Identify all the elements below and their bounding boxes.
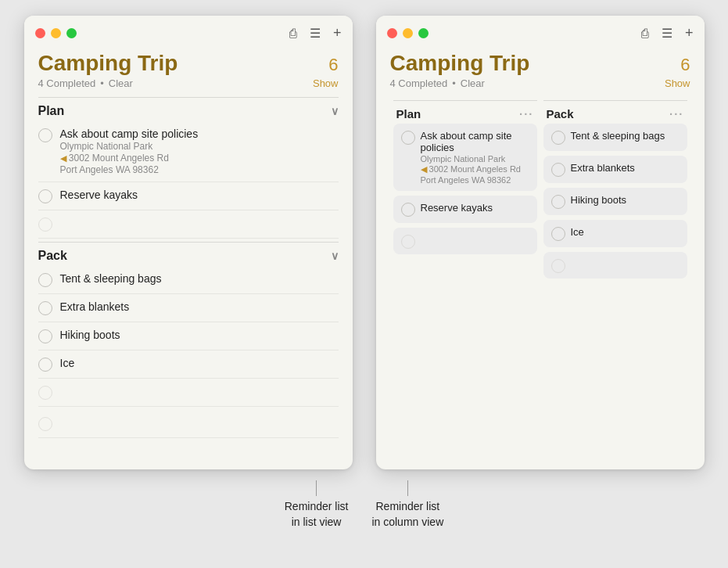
item-text-block: Ask about camp site policies Olympic Nat… — [60, 128, 199, 175]
caption-text-right: Reminder listin column view — [371, 499, 443, 530]
pack-section-header: Pack ∨ — [38, 242, 339, 266]
plan-chevron-icon[interactable]: ∨ — [331, 105, 339, 117]
pack-chevron-icon[interactable]: ∨ — [331, 250, 339, 262]
col-item-title: Ask about camp site policies — [421, 130, 529, 153]
checkbox-empty-pack2[interactable] — [38, 417, 52, 431]
plan-col-ellipsis-icon[interactable]: ··· — [519, 107, 534, 120]
list-icon-right[interactable]: ☰ — [662, 26, 672, 41]
pack-label: Pack — [38, 249, 67, 263]
minimize-button[interactable] — [51, 28, 61, 38]
checkbox-col-kayaks[interactable] — [401, 203, 415, 217]
app-title-right: Camping Trip — [390, 51, 530, 76]
list-item: Extra blankets — [38, 294, 339, 322]
app-title: Camping Trip — [38, 51, 178, 76]
column-view-window: ⎙ ☰ + Camping Trip 6 4 Completed • Clear… — [376, 16, 705, 469]
item-count: 6 — [328, 55, 338, 75]
col-item-sub3: Port Angeles WA 98362 — [421, 175, 529, 185]
bullet-right: • — [452, 77, 456, 89]
caption-divider-right — [407, 480, 408, 496]
checkbox-tent[interactable] — [38, 273, 52, 287]
checkbox-ask-camp[interactable] — [38, 128, 52, 142]
item-title: Reserve kayaks — [60, 189, 138, 201]
caption-text-left: Reminder listin list view — [285, 499, 349, 530]
caption-left: Reminder listin list view — [285, 480, 349, 530]
pack-column: Pack ··· Tent & sleeping bags Extra blan… — [543, 97, 687, 283]
col-item-title-tent: Tent & sleeping bags — [571, 130, 665, 142]
checkbox-ice[interactable] — [38, 358, 52, 372]
item-title: Tent & sleeping bags — [60, 272, 162, 285]
checkbox-empty-plan[interactable] — [38, 217, 52, 232]
title-bar-actions: ⎙ ☰ + — [289, 25, 342, 41]
column-card-ask: Ask about camp site policies Olympic Nat… — [393, 124, 537, 191]
item-sub2: ◀ 3002 Mount Angeles Rd — [60, 153, 199, 164]
columns-area: Plan ··· Ask about camp site policies Ol… — [390, 97, 690, 283]
list-item: Tent & sleeping bags — [38, 266, 339, 294]
checkbox-empty-pack1[interactable] — [38, 386, 52, 400]
column-card-kayaks: Reserve kayaks — [393, 196, 537, 223]
checkbox-col-blankets[interactable] — [551, 163, 565, 177]
close-button[interactable] — [35, 28, 45, 38]
bullet: • — [100, 77, 104, 89]
item-address1: 3002 Mount Angeles Rd — [69, 153, 169, 164]
list-item: Reserve kayaks — [38, 182, 339, 210]
completed-row-right: 4 Completed • Clear Show — [390, 77, 690, 89]
item-title: Extra blankets — [60, 300, 130, 313]
checkbox-col-ask[interactable] — [401, 131, 415, 145]
title-bar-right: ⎙ ☰ + — [376, 16, 705, 46]
traffic-lights-right — [387, 28, 429, 38]
col-item-sub2: ◀ 3002 Mount Angeles Rd — [421, 164, 529, 174]
plan-label: Plan — [38, 104, 65, 118]
title-bar-left: ⎙ ☰ + — [24, 16, 353, 46]
pack-col-ellipsis-icon[interactable]: ··· — [669, 107, 684, 120]
caption-right: Reminder listin column view — [371, 480, 443, 530]
maximize-button-right[interactable] — [418, 28, 429, 38]
show-button[interactable]: Show — [313, 77, 339, 89]
item-title: Ask about camp site policies — [60, 128, 199, 140]
clear-button[interactable]: Clear — [109, 77, 133, 89]
col-item-title-blankets: Extra blankets — [571, 162, 635, 174]
app-title-row-right: Camping Trip 6 — [390, 51, 690, 76]
caption-divider-left — [316, 480, 317, 496]
list-item: Hiking boots — [38, 322, 339, 351]
add-icon-right[interactable]: + — [685, 25, 694, 41]
maximize-button[interactable] — [66, 28, 77, 38]
list-item-empty-pack — [38, 379, 339, 407]
checkbox-reserve-kayaks[interactable] — [38, 189, 52, 203]
list-view-content: Camping Trip 6 4 Completed • Clear Show … — [24, 46, 353, 469]
checkbox-blankets[interactable] — [38, 301, 52, 315]
plan-column: Plan ··· Ask about camp site policies Ol… — [393, 97, 537, 283]
checkbox-col-empty-pack[interactable] — [551, 259, 565, 273]
checkbox-col-hiking[interactable] — [551, 195, 565, 209]
clear-button-right[interactable]: Clear — [461, 77, 485, 89]
col-location-icon: ◀ — [421, 164, 427, 174]
item-sub1: Olympic National Park — [60, 141, 199, 152]
close-button-right[interactable] — [387, 28, 397, 38]
app-title-row: Camping Trip 6 — [38, 51, 339, 76]
column-view-content: Camping Trip 6 4 Completed • Clear Show … — [376, 46, 705, 469]
share-icon[interactable]: ⎙ — [289, 27, 297, 41]
plan-col-label: Plan — [396, 107, 421, 120]
col-item-title-hiking: Hiking boots — [571, 194, 627, 206]
completed-text: 4 Completed — [38, 77, 96, 89]
item-title: Hiking boots — [60, 329, 120, 341]
list-item: Ice — [38, 351, 339, 379]
checkbox-col-empty-plan[interactable] — [401, 235, 415, 249]
location-icon: ◀ — [60, 153, 66, 163]
col-item-title-kayaks: Reserve kayaks — [421, 202, 493, 214]
list-view-window: ⎙ ☰ + Camping Trip 6 4 Completed • Clear… — [24, 16, 353, 469]
completed-row: 4 Completed • Clear Show — [38, 77, 339, 89]
show-button-right[interactable]: Show — [665, 77, 690, 89]
minimize-button-right[interactable] — [403, 28, 413, 38]
checkbox-boots[interactable] — [38, 329, 52, 343]
col-item-text-block: Ask about camp site policies Olympic Nat… — [421, 130, 529, 185]
item-title: Ice — [60, 357, 75, 369]
column-card-ice: Ice — [543, 220, 687, 247]
add-icon[interactable]: + — [333, 25, 342, 41]
checkbox-col-tent[interactable] — [551, 131, 565, 145]
checkbox-col-ice[interactable] — [551, 227, 565, 241]
share-icon-right[interactable]: ⎙ — [641, 27, 649, 41]
col-item-address: 3002 Mount Angeles Rd — [429, 164, 521, 174]
column-card-tent: Tent & sleeping bags — [543, 124, 687, 151]
captions-row: Reminder listin list view Reminder listi… — [285, 480, 444, 530]
list-icon[interactable]: ☰ — [310, 26, 321, 41]
